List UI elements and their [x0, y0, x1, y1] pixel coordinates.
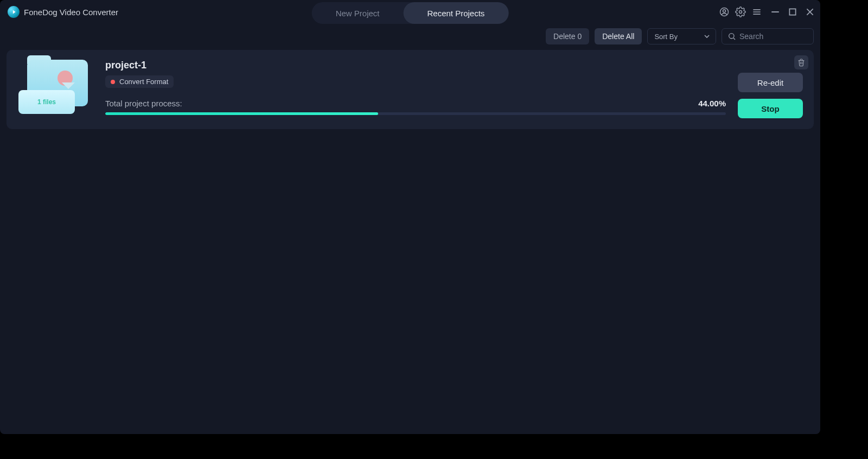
svg-rect-7: [789, 9, 795, 15]
sort-by-select[interactable]: Sort By: [647, 28, 716, 44]
chevron-down-icon: [704, 33, 710, 40]
account-icon[interactable]: [718, 6, 730, 18]
folder-art-icon: [53, 66, 79, 92]
project-thumbnail: 1 files: [17, 60, 93, 116]
progress-row: Total project process: 44.00%: [105, 99, 726, 108]
progress-percent: 44.00%: [698, 99, 726, 108]
svg-point-2: [739, 11, 742, 14]
search-icon: [727, 32, 736, 41]
status-dot-icon: [111, 80, 115, 84]
svg-point-10: [729, 34, 734, 39]
delete-all-button[interactable]: Delete All: [595, 28, 642, 44]
reedit-button[interactable]: Re-edit: [738, 73, 803, 92]
title-bar: FoneDog Video Converter New Project Rece…: [0, 0, 820, 24]
brand: FoneDog Video Converter: [4, 6, 118, 18]
project-title: project-1: [105, 60, 726, 71]
progress-label: Total project process:: [105, 99, 182, 108]
app-logo-icon: [8, 6, 20, 18]
project-main: project-1 Convert Format Total project p…: [105, 60, 726, 115]
search-field[interactable]: [722, 28, 814, 44]
window-minimize-button[interactable]: [770, 7, 780, 17]
svg-point-1: [723, 10, 726, 12]
stop-button[interactable]: Stop: [738, 99, 803, 118]
window-maximize-button[interactable]: [788, 7, 797, 17]
window-close-button[interactable]: [805, 7, 815, 17]
tab-recent-projects[interactable]: Recent Projects: [403, 2, 508, 24]
project-card: 1 files project-1 Convert Format Total p…: [7, 50, 814, 129]
project-status-pill: Convert Format: [105, 75, 174, 88]
app-title: FoneDog Video Converter: [24, 8, 118, 17]
search-input[interactable]: [739, 32, 805, 41]
main-tabs: New Project Recent Projects: [312, 2, 509, 24]
delete-project-button[interactable]: [794, 55, 808, 69]
project-status-label: Convert Format: [119, 78, 168, 86]
window-controls: [718, 0, 815, 24]
toolbar: Delete 0 Delete All Sort By: [0, 24, 820, 47]
app-window: FoneDog Video Converter New Project Rece…: [0, 0, 820, 434]
settings-icon[interactable]: [735, 6, 746, 18]
hamburger-menu-icon[interactable]: [751, 6, 763, 18]
svg-line-11: [733, 38, 735, 40]
delete-selected-button[interactable]: Delete 0: [546, 28, 589, 44]
project-actions: Re-edit Stop: [738, 73, 803, 118]
progress-bar: [105, 112, 726, 115]
tab-new-project[interactable]: New Project: [312, 2, 404, 24]
file-count-badge: 1 files: [18, 90, 75, 114]
trash-icon: [797, 58, 806, 67]
sort-by-label: Sort By: [654, 33, 678, 41]
progress-fill: [105, 112, 378, 115]
